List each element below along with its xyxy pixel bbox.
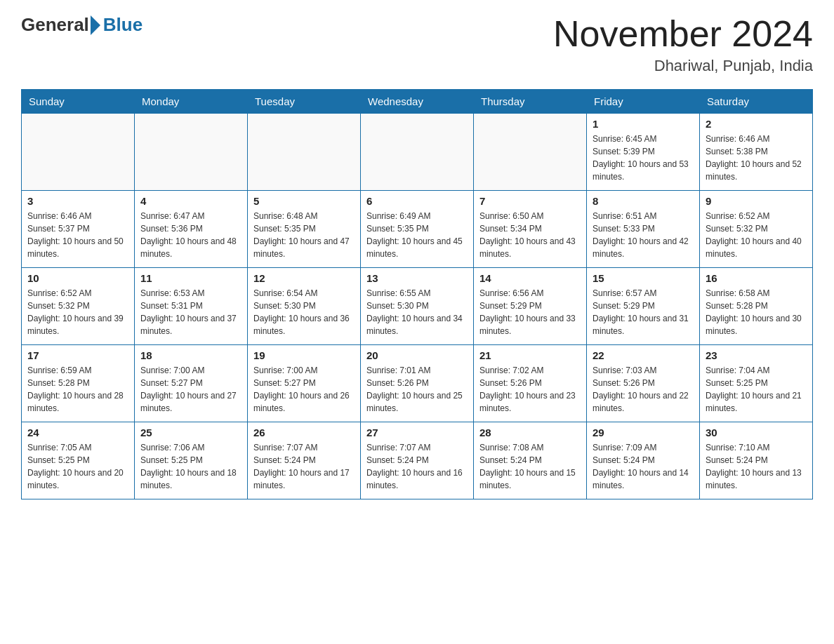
day-number: 11 <box>140 272 241 284</box>
calendar-cell: 13Sunrise: 6:55 AMSunset: 5:30 PMDayligh… <box>361 268 474 345</box>
logo-blue: Blue <box>103 14 143 36</box>
calendar-week-row: 24Sunrise: 7:05 AMSunset: 5:25 PMDayligh… <box>22 422 813 499</box>
day-of-week-header: Wednesday <box>361 90 474 114</box>
day-number: 5 <box>253 195 355 207</box>
calendar-cell: 24Sunrise: 7:05 AMSunset: 5:25 PMDayligh… <box>22 422 135 499</box>
day-info: Sunrise: 6:48 AMSunset: 5:35 PMDaylight:… <box>253 210 355 260</box>
day-number: 18 <box>140 349 241 361</box>
title-section: November 2024 Dhariwal, Punjab, India <box>553 14 813 75</box>
calendar-cell: 2Sunrise: 6:46 AMSunset: 5:38 PMDaylight… <box>700 114 813 191</box>
logo-triangle-icon <box>91 15 100 35</box>
day-of-week-header: Sunday <box>22 90 135 114</box>
day-info: Sunrise: 7:05 AMSunset: 5:25 PMDaylight:… <box>27 441 128 492</box>
calendar-cell: 7Sunrise: 6:50 AMSunset: 5:34 PMDaylight… <box>474 191 587 268</box>
day-number: 23 <box>706 349 807 361</box>
location: Dhariwal, Punjab, India <box>553 57 813 75</box>
calendar-week-row: 1Sunrise: 6:45 AMSunset: 5:39 PMDaylight… <box>22 114 813 191</box>
day-of-week-header: Tuesday <box>248 90 361 114</box>
day-info: Sunrise: 6:58 AMSunset: 5:28 PMDaylight:… <box>706 287 807 337</box>
day-of-week-header: Saturday <box>700 90 813 114</box>
calendar-table: SundayMondayTuesdayWednesdayThursdayFrid… <box>21 89 813 499</box>
day-info: Sunrise: 7:00 AMSunset: 5:27 PMDaylight:… <box>253 364 355 415</box>
day-info: Sunrise: 6:55 AMSunset: 5:30 PMDaylight:… <box>366 287 468 337</box>
calendar-cell: 20Sunrise: 7:01 AMSunset: 5:26 PMDayligh… <box>361 345 474 422</box>
calendar-cell: 12Sunrise: 6:54 AMSunset: 5:30 PMDayligh… <box>248 268 361 345</box>
day-of-week-header: Thursday <box>474 90 587 114</box>
day-info: Sunrise: 6:52 AMSunset: 5:32 PMDaylight:… <box>27 287 128 337</box>
day-info: Sunrise: 7:02 AMSunset: 5:26 PMDaylight:… <box>479 364 581 415</box>
day-number: 27 <box>366 427 468 438</box>
logo-text: General Blue <box>21 14 143 36</box>
day-info: Sunrise: 7:07 AMSunset: 5:24 PMDaylight:… <box>253 441 355 492</box>
calendar-cell: 15Sunrise: 6:57 AMSunset: 5:29 PMDayligh… <box>587 268 700 345</box>
day-info: Sunrise: 7:06 AMSunset: 5:25 PMDaylight:… <box>140 441 241 492</box>
day-number: 26 <box>253 427 355 438</box>
day-info: Sunrise: 6:46 AMSunset: 5:37 PMDaylight:… <box>27 210 128 260</box>
calendar-header-row: SundayMondayTuesdayWednesdayThursdayFrid… <box>22 90 813 114</box>
calendar-cell: 8Sunrise: 6:51 AMSunset: 5:33 PMDaylight… <box>587 191 700 268</box>
day-info: Sunrise: 6:56 AMSunset: 5:29 PMDaylight:… <box>479 287 581 337</box>
day-number: 2 <box>706 118 807 130</box>
calendar-cell: 18Sunrise: 7:00 AMSunset: 5:27 PMDayligh… <box>135 345 248 422</box>
day-number: 28 <box>479 427 581 438</box>
day-number: 17 <box>27 349 128 361</box>
calendar-cell: 21Sunrise: 7:02 AMSunset: 5:26 PMDayligh… <box>474 345 587 422</box>
day-number: 12 <box>253 272 355 284</box>
calendar-cell: 6Sunrise: 6:49 AMSunset: 5:35 PMDaylight… <box>361 191 474 268</box>
month-title: November 2024 <box>553 14 813 54</box>
day-number: 30 <box>706 427 807 438</box>
logo: General Blue <box>21 14 143 36</box>
calendar-cell: 19Sunrise: 7:00 AMSunset: 5:27 PMDayligh… <box>248 345 361 422</box>
day-number: 7 <box>479 195 581 207</box>
day-info: Sunrise: 6:57 AMSunset: 5:29 PMDaylight:… <box>593 287 694 337</box>
calendar-cell: 11Sunrise: 6:53 AMSunset: 5:31 PMDayligh… <box>135 268 248 345</box>
calendar-cell: 30Sunrise: 7:10 AMSunset: 5:24 PMDayligh… <box>700 422 813 499</box>
calendar-cell <box>135 114 248 191</box>
day-info: Sunrise: 6:46 AMSunset: 5:38 PMDaylight:… <box>706 133 807 183</box>
day-info: Sunrise: 7:07 AMSunset: 5:24 PMDaylight:… <box>366 441 468 492</box>
day-number: 24 <box>27 427 128 438</box>
day-number: 22 <box>593 349 694 361</box>
day-number: 6 <box>366 195 468 207</box>
calendar-cell <box>22 114 135 191</box>
calendar-cell: 27Sunrise: 7:07 AMSunset: 5:24 PMDayligh… <box>361 422 474 499</box>
day-info: Sunrise: 7:10 AMSunset: 5:24 PMDaylight:… <box>706 441 807 492</box>
calendar-cell: 25Sunrise: 7:06 AMSunset: 5:25 PMDayligh… <box>135 422 248 499</box>
day-number: 21 <box>479 349 581 361</box>
day-info: Sunrise: 6:50 AMSunset: 5:34 PMDaylight:… <box>479 210 581 260</box>
day-info: Sunrise: 6:51 AMSunset: 5:33 PMDaylight:… <box>593 210 694 260</box>
day-number: 3 <box>27 195 128 207</box>
day-info: Sunrise: 7:08 AMSunset: 5:24 PMDaylight:… <box>479 441 581 492</box>
calendar-cell <box>474 114 587 191</box>
day-number: 10 <box>27 272 128 284</box>
calendar-cell: 26Sunrise: 7:07 AMSunset: 5:24 PMDayligh… <box>248 422 361 499</box>
calendar-cell: 10Sunrise: 6:52 AMSunset: 5:32 PMDayligh… <box>22 268 135 345</box>
day-info: Sunrise: 6:47 AMSunset: 5:36 PMDaylight:… <box>140 210 241 260</box>
day-info: Sunrise: 6:53 AMSunset: 5:31 PMDaylight:… <box>140 287 241 337</box>
calendar-cell: 14Sunrise: 6:56 AMSunset: 5:29 PMDayligh… <box>474 268 587 345</box>
calendar-cell: 16Sunrise: 6:58 AMSunset: 5:28 PMDayligh… <box>700 268 813 345</box>
calendar-cell: 1Sunrise: 6:45 AMSunset: 5:39 PMDaylight… <box>587 114 700 191</box>
day-number: 8 <box>593 195 694 207</box>
calendar-week-row: 10Sunrise: 6:52 AMSunset: 5:32 PMDayligh… <box>22 268 813 345</box>
calendar-cell: 23Sunrise: 7:04 AMSunset: 5:25 PMDayligh… <box>700 345 813 422</box>
day-number: 15 <box>593 272 694 284</box>
day-number: 4 <box>140 195 241 207</box>
day-number: 1 <box>593 118 694 130</box>
calendar-cell: 22Sunrise: 7:03 AMSunset: 5:26 PMDayligh… <box>587 345 700 422</box>
day-number: 19 <box>253 349 355 361</box>
day-info: Sunrise: 6:45 AMSunset: 5:39 PMDaylight:… <box>593 133 694 183</box>
calendar-cell: 28Sunrise: 7:08 AMSunset: 5:24 PMDayligh… <box>474 422 587 499</box>
day-number: 16 <box>706 272 807 284</box>
calendar-cell: 9Sunrise: 6:52 AMSunset: 5:32 PMDaylight… <box>700 191 813 268</box>
calendar-cell: 29Sunrise: 7:09 AMSunset: 5:24 PMDayligh… <box>587 422 700 499</box>
day-number: 29 <box>593 427 694 438</box>
calendar-cell <box>361 114 474 191</box>
day-info: Sunrise: 7:04 AMSunset: 5:25 PMDaylight:… <box>706 364 807 415</box>
page-header: General Blue November 2024 Dhariwal, Pun… <box>21 14 813 75</box>
day-info: Sunrise: 6:52 AMSunset: 5:32 PMDaylight:… <box>706 210 807 260</box>
day-info: Sunrise: 6:54 AMSunset: 5:30 PMDaylight:… <box>253 287 355 337</box>
calendar-cell: 3Sunrise: 6:46 AMSunset: 5:37 PMDaylight… <box>22 191 135 268</box>
day-info: Sunrise: 7:01 AMSunset: 5:26 PMDaylight:… <box>366 364 468 415</box>
day-info: Sunrise: 7:03 AMSunset: 5:26 PMDaylight:… <box>593 364 694 415</box>
